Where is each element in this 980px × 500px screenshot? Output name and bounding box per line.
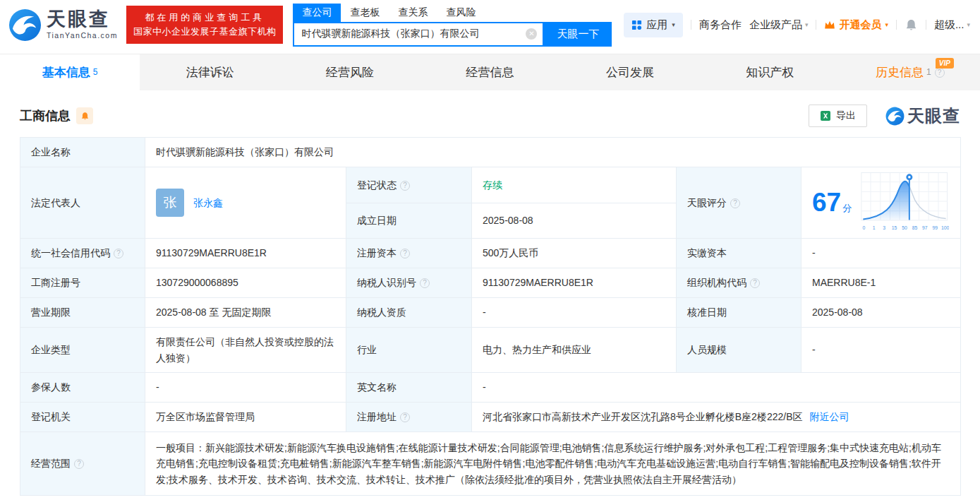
legal-rep-name-link[interactable]: 张永鑫	[193, 195, 223, 210]
top-header: 天眼查 TianYanCha.com 都在用的商业查询工具 国家中小企业发展子基…	[0, 0, 980, 49]
search-input[interactable]	[294, 23, 543, 45]
help-icon[interactable]: ?	[114, 249, 123, 258]
reg-address-value: 河北省张家口市高新技术产业开发区沈孔路8号企业孵化楼B座2楼222/B区	[483, 411, 803, 422]
menu-enterprise-label: 企业级产品	[749, 18, 802, 32]
tianyan-score-curve: 0 1 3 15 50 85 97 99 100	[860, 172, 949, 234]
help-icon[interactable]: ?	[730, 198, 740, 208]
row-reg-number: 工商注册号 130729000068895 纳税人识别号? 91130729MA…	[20, 268, 961, 298]
apps-menu-button[interactable]: 应用 ▾	[624, 13, 683, 37]
help-icon[interactable]: ?	[74, 459, 84, 469]
help-icon[interactable]: ?	[400, 249, 410, 258]
reg-address-value-cell: 河北省张家口市高新技术产业开发区沈孔路8号企业孵化楼B座2楼222/B区附近公司	[472, 403, 961, 432]
tab-intellectual-property[interactable]: 知识产权	[700, 54, 840, 90]
export-button[interactable]: 导出	[809, 105, 867, 127]
staff-size-label: 人员规模	[677, 328, 801, 373]
tianyancha-logo[interactable]: 天眼查 TianYanCha.com	[8, 8, 118, 42]
search-tab-risk[interactable]: 查风险	[437, 4, 485, 22]
watermark-brand: 天眼查	[907, 105, 960, 127]
menu-super-vip[interactable]: 超级... ▾	[934, 18, 970, 32]
credit-code-label-cell: 统一社会信用代码?	[20, 239, 145, 268]
help-icon[interactable]: ?	[400, 412, 410, 422]
score-unit: 分	[842, 203, 852, 213]
taxpayer-id-value: 91130729MAERRU8E1R	[472, 268, 677, 298]
help-icon[interactable]: ?	[400, 181, 410, 191]
paid-capital-value: -	[801, 239, 961, 268]
search-input-wrap: ✕	[293, 22, 544, 47]
tianyancha-watermark-icon	[885, 107, 905, 126]
clear-search-icon[interactable]: ✕	[526, 28, 537, 40]
help-icon[interactable]: ?	[420, 278, 430, 288]
chevron-down-icon: ▾	[967, 21, 970, 28]
tab-history-info[interactable]: VIP 历史信息 1 ?	[840, 54, 980, 90]
paid-capital-label: 实缴资本	[677, 239, 801, 268]
slogan-badge: 都在用的商业查询工具 国家中小企业发展子基金旗下机构	[126, 6, 284, 44]
reg-number-label: 工商注册号	[20, 268, 145, 298]
score-label-cell: 天眼评分?	[677, 167, 801, 239]
slogan-line2: 国家中小企业发展子基金旗下机构	[133, 25, 277, 39]
search-tab-company[interactable]: 查公司	[293, 4, 341, 22]
search-tab-boss[interactable]: 查老板	[341, 4, 389, 22]
tab-company-development[interactable]: 公司发展	[560, 54, 700, 90]
staff-size-value: -	[801, 328, 961, 373]
row-legal-rep: 法定代表人 张 张永鑫 登记状态? 存续 天眼评分? 67分	[20, 167, 961, 203]
search-tabs: 查公司 查老板 查关系 查风险	[293, 4, 612, 22]
divider	[691, 20, 691, 30]
tab-legal-proceedings[interactable]: 法律诉讼	[140, 54, 279, 90]
english-name-label: 英文名称	[346, 373, 472, 403]
divider	[896, 20, 897, 30]
score-number-block: 67分	[812, 189, 852, 216]
reg-authority-label: 登记机关	[20, 403, 145, 432]
establish-date-value: 2025-08-08	[472, 203, 677, 239]
chevron-down-icon: ▾	[672, 21, 675, 28]
menu-business-cooperation[interactable]: 商务合作	[699, 18, 742, 32]
row-business-scope: 经营范围? 一般项目：新兴能源技术研发;新能源汽车换电设施销售;在线能源计量技术…	[20, 432, 961, 496]
tab-operation-risk[interactable]: 经营风险	[280, 54, 420, 90]
divider	[816, 20, 816, 30]
svg-text:15: 15	[892, 225, 897, 230]
business-info-table: 企业名称 时代骐骥新能源科技（张家口）有限公司 法定代表人 张 张永鑫 登记状态…	[20, 137, 961, 496]
svg-text:100: 100	[941, 225, 949, 230]
legal-rep-avatar[interactable]: 张	[156, 189, 184, 217]
menu-vip-label: 开通会员	[839, 18, 881, 32]
business-scope-value: 一般项目：新兴能源技术研发;新能源汽车换电设施销售;在线能源计量技术研发;合同能…	[145, 432, 961, 496]
svg-text:97: 97	[922, 225, 928, 230]
slogan-line1: 都在用的商业查询工具	[133, 11, 277, 25]
taxpayer-quality-label: 纳税人资质	[346, 298, 472, 328]
business-term-value: 2025-08-08 至 无固定期限	[145, 298, 346, 328]
divider	[926, 20, 926, 30]
nearby-companies-link[interactable]: 附近公司	[810, 411, 849, 422]
reg-capital-value: 500万人民币	[472, 239, 677, 268]
menu-open-vip[interactable]: 开通会员 ▾	[824, 18, 888, 32]
apps-grid-icon	[631, 20, 642, 30]
logo-text: 天眼查 TianYanCha.com	[47, 10, 118, 40]
menu-enterprise-product[interactable]: 企业级产品 ▾	[749, 18, 809, 32]
main-content: 工商信息 导出 天眼查 企业	[0, 105, 980, 496]
search-button[interactable]: 天眼一下	[544, 22, 612, 47]
insured-count-value: -	[145, 373, 346, 403]
tianyancha-logo-icon	[8, 8, 42, 42]
tab-ip-label: 知识产权	[746, 64, 794, 81]
business-scope-label: 经营范围	[31, 458, 71, 469]
approval-date-label: 核准日期	[677, 298, 801, 328]
reg-status-label: 登记状态	[357, 179, 397, 191]
row-insured-count: 参保人数 - 英文名称 -	[20, 373, 961, 403]
svg-text:85: 85	[912, 225, 918, 230]
tab-basic-info[interactable]: 基本信息 5	[0, 54, 140, 90]
export-label: 导出	[836, 109, 856, 122]
org-code-value: MAERRU8E-1	[801, 268, 961, 298]
svg-text:99: 99	[933, 225, 938, 230]
tab-operation-info[interactable]: 经营信息	[420, 54, 559, 90]
reg-capital-label-cell: 注册资本?	[346, 239, 472, 268]
help-icon[interactable]: ?	[750, 278, 760, 288]
status-badge: 存续	[483, 179, 502, 191]
chevron-down-icon: ▾	[885, 21, 888, 28]
tab-basic-info-label: 基本信息	[42, 64, 90, 81]
subscribe-bell-icon[interactable]	[76, 107, 93, 124]
search-tab-relation[interactable]: 查关系	[389, 4, 437, 22]
notification-bell-icon[interactable]	[905, 18, 918, 32]
search-block: 查公司 查老板 查关系 查风险 ✕ 天眼一下	[293, 4, 612, 47]
tab-operation-label: 经营信息	[466, 64, 514, 81]
apps-menu-label: 应用	[646, 18, 667, 32]
help-icon[interactable]: ?	[935, 68, 945, 78]
reg-status-label-cell: 登记状态?	[346, 167, 472, 203]
